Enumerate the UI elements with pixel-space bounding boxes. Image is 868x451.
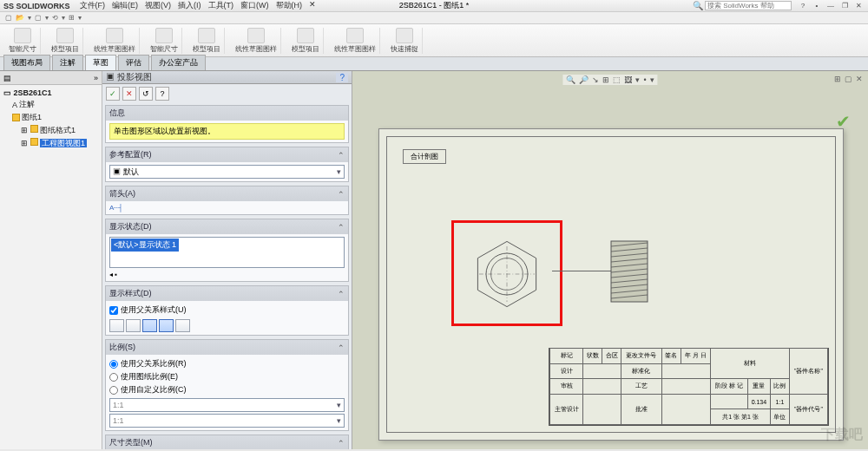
help-btn[interactable]: ? xyxy=(797,2,809,10)
menu-extra-icon[interactable]: ✕ xyxy=(306,0,319,11)
scale-parent-radio[interactable]: 使用父关系比例(R) xyxy=(109,357,345,370)
vt-icon[interactable]: 🔎 xyxy=(579,75,589,84)
menu-help[interactable]: 帮助(H) xyxy=(273,0,306,11)
tab-sketch[interactable]: 草图 xyxy=(85,55,116,70)
vt-icon[interactable]: 🔍 xyxy=(566,75,575,84)
use-parent-style-check[interactable]: 使用父关系样式(U) xyxy=(109,304,345,317)
collapse-icon[interactable]: ⌃ xyxy=(338,290,345,298)
corner-icon[interactable]: ⊞ xyxy=(834,75,841,83)
dot-btn[interactable]: • xyxy=(811,2,823,10)
pm-help-icon[interactable]: ? xyxy=(155,87,169,101)
menu-edit[interactable]: 编辑(E) xyxy=(109,0,141,11)
tree-root[interactable]: ▭ 2SB261C1 xyxy=(3,88,98,97)
arrow-value: A╌┤ xyxy=(106,201,348,214)
collapse-icon[interactable]: ⌃ xyxy=(338,223,345,232)
menu-insert[interactable]: 插入(I) xyxy=(175,0,204,11)
tb-cell: 批准 xyxy=(621,394,661,424)
collapse-icon[interactable]: ⌃ xyxy=(338,439,345,448)
menu-tools[interactable]: 工具(T) xyxy=(206,0,237,11)
scale-sheet-radio[interactable]: 使用图纸比例(E) xyxy=(109,370,345,383)
qt-save-icon[interactable]: ▾ xyxy=(28,14,31,22)
menu-window[interactable]: 窗口(W) xyxy=(238,0,272,11)
tree-tabs: ▤ » xyxy=(0,71,102,85)
ribbon-quicksnap[interactable]: 快速捕捉 xyxy=(387,28,423,54)
drawing-canvas[interactable]: 🔍 🔎 ↘ ⊞ ⬚ 🖼 ▾ • ▾ ⊞ ▢ ✕ ✔ 合计剖图 xyxy=(352,71,868,449)
qt-icon[interactable]: ⟲ xyxy=(52,14,58,22)
qt-icon[interactable]: ⊞ xyxy=(69,14,75,22)
tree-tab-icon[interactable]: ▤ xyxy=(3,74,11,82)
vt-icon[interactable]: 🖼 xyxy=(624,75,632,84)
tree-annotations[interactable]: A注解 xyxy=(3,99,98,110)
style-shadededge-icon[interactable] xyxy=(175,319,190,332)
collapse-icon[interactable]: ⌃ xyxy=(338,190,345,199)
style-wire-icon[interactable] xyxy=(109,319,124,332)
tab-viewlayout[interactable]: 视图布局 xyxy=(3,55,50,70)
qt-open-icon[interactable]: 📂 xyxy=(16,14,24,22)
qt-icon[interactable]: ▢ xyxy=(35,14,42,22)
sheet-border: 合计剖图 xyxy=(386,136,836,433)
tb-cell: 工艺 xyxy=(621,379,661,395)
qt-icon[interactable]: ▾ xyxy=(78,14,82,22)
vt-icon[interactable]: ↘ xyxy=(592,75,599,84)
menu-view[interactable]: 视图(V) xyxy=(142,0,174,11)
thread-side-view[interactable] xyxy=(609,239,649,304)
qt-icon[interactable]: ▾ xyxy=(62,14,65,22)
ribbon-grp[interactable]: 模型项目 xyxy=(189,28,225,54)
hex-nut-view[interactable] xyxy=(464,231,550,317)
tab-evaluate[interactable]: 评估 xyxy=(118,55,149,70)
tb-cell: 年 月 日 xyxy=(681,349,711,364)
scale-value-combo[interactable]: 1:1▾ xyxy=(109,414,345,428)
search-input[interactable] xyxy=(705,1,792,10)
pm-dispstate-list[interactable]: <默认>显示状态 1 xyxy=(109,237,345,268)
pm-cancel-icon[interactable]: ✕ xyxy=(122,87,136,101)
pm-dispstate-title: 显示状态(D) xyxy=(109,221,152,232)
style-shaded-icon[interactable] xyxy=(159,319,174,332)
tree-pin-icon[interactable]: » xyxy=(94,74,98,82)
tb-cell: 更改文件号 xyxy=(621,349,661,364)
vt-icon[interactable]: ▾ xyxy=(650,75,654,84)
sheet-label: 合计剖图 xyxy=(403,149,446,164)
ribbon-grp[interactable]: 线性草图图样 xyxy=(232,28,281,54)
tree-sheet1[interactable]: 图纸1 xyxy=(3,112,98,123)
close-btn[interactable]: ✕ xyxy=(852,2,865,10)
style-hlr-icon[interactable] xyxy=(142,319,157,332)
pm-help-icon[interactable]: ? xyxy=(336,73,348,82)
tab-annotation[interactable]: 注解 xyxy=(52,55,83,70)
min-btn[interactable]: — xyxy=(825,2,837,10)
corner-icon[interactable]: ✕ xyxy=(856,75,863,83)
menu-bar: 文件(F) 编辑(E) 视图(V) 插入(I) 工具(T) 窗口(W) 帮助(H… xyxy=(77,0,319,11)
scale-preset-combo[interactable]: 1:1▾ xyxy=(109,398,345,412)
vt-icon[interactable]: ⊞ xyxy=(602,75,609,84)
pm-refconfig-combo[interactable]: ▣ 默认▾ xyxy=(109,165,345,179)
pm-dimtype-title: 尺寸类型(M) xyxy=(109,437,153,448)
corner-icon[interactable]: ▢ xyxy=(845,75,852,83)
ribbon-grp[interactable]: 智能尺寸 xyxy=(147,28,182,54)
tb-cell: 合区 xyxy=(602,349,621,364)
menu-file[interactable]: 文件(F) xyxy=(77,0,108,11)
pm-ok-icon[interactable]: ✓ xyxy=(106,87,120,101)
command-tabs: 视图布局 注解 草图 评估 办公室产品 xyxy=(0,57,868,71)
qt-new-icon[interactable]: ▢ xyxy=(5,14,12,22)
scale-custom-radio[interactable]: 使用自定义比例(C) xyxy=(109,383,345,396)
tab-office[interactable]: 办公室产品 xyxy=(151,55,206,70)
max-btn[interactable]: ❐ xyxy=(838,2,851,10)
ribbon-grp[interactable]: 线性草图图样 xyxy=(331,28,380,54)
ribbon-grp[interactable]: 模型项目 xyxy=(288,28,324,54)
pm-undo-icon[interactable]: ↺ xyxy=(139,87,153,101)
vt-icon[interactable]: ⬚ xyxy=(613,75,621,84)
vt-icon[interactable]: • xyxy=(643,75,646,84)
ribbon-grp[interactable]: 模型项目 xyxy=(48,28,83,54)
tb-cell: 状数 xyxy=(583,349,602,364)
collapse-icon[interactable]: ⌃ xyxy=(338,151,345,160)
tb-cell: 标记 xyxy=(550,349,583,364)
vt-icon[interactable]: ▾ xyxy=(635,75,640,84)
collapse-icon[interactable]: ⌃ xyxy=(338,343,345,352)
ribbon-grp[interactable]: 线性草图图样 xyxy=(90,28,140,54)
style-hidden-icon[interactable] xyxy=(126,319,141,332)
tree-sheetformat1[interactable]: ⊞ 图纸格式1 xyxy=(3,125,98,136)
qt-icon[interactable]: ▾ xyxy=(45,14,49,22)
ribbon-smart-dim[interactable]: 智能尺寸 xyxy=(5,28,41,54)
quick-toolbar: ▢ 📂 ▾ ▢ ▾ ⟲ ▾ ⊞ ▾ xyxy=(0,12,868,24)
tb-cell: 签名 xyxy=(661,349,681,364)
tree-drawingview1[interactable]: ⊞ 工程图视图1 xyxy=(3,138,98,149)
